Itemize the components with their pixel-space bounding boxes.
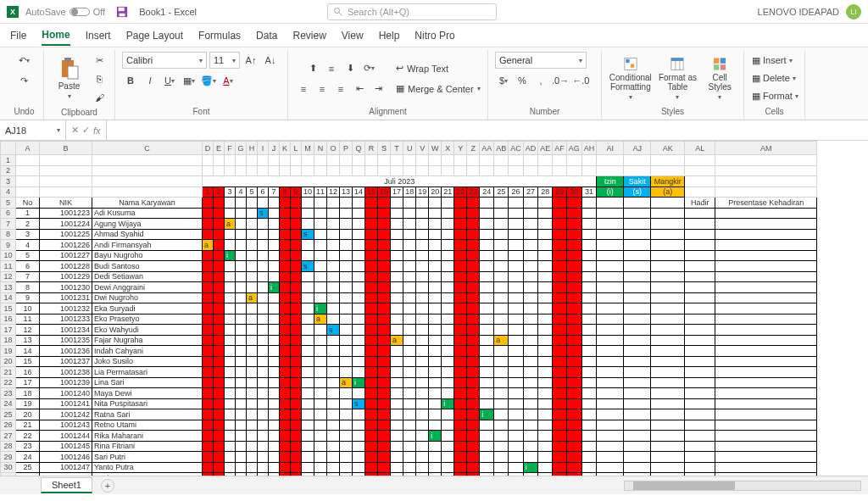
comma-button[interactable]: , [532,72,549,89]
cell-day[interactable] [553,462,567,473]
cell-day[interactable] [429,420,442,431]
cell-day[interactable] [236,441,247,452]
cell-day[interactable] [454,325,467,336]
cell-day[interactable] [203,431,214,442]
cell-day[interactable] [553,325,567,336]
cell-day[interactable] [280,261,291,272]
cell-day[interactable] [523,240,538,251]
cell-day[interactable] [553,229,567,240]
orientation-button[interactable]: ⟳▾ [360,60,377,77]
cell-day[interactable] [280,420,291,431]
cell-day[interactable] [403,325,416,336]
col-header[interactable]: AD [523,142,538,155]
cell-day[interactable] [302,462,314,473]
cell-nik[interactable]: 1001236 [40,346,92,357]
cell-no[interactable]: 23 [16,441,40,452]
align-bottom-button[interactable]: ⬇ [342,60,359,77]
tab-help[interactable]: Help [379,26,400,45]
cell-day[interactable] [429,314,442,325]
cell-name[interactable]: Retno Utami [92,420,203,431]
cell-day[interactable] [365,208,378,219]
cell-day[interactable] [291,250,302,261]
cell-day[interactable] [302,388,314,399]
cell-day[interactable] [353,367,365,378]
cell-day[interactable] [523,282,538,293]
cell-day[interactable] [480,261,494,272]
cell-day[interactable] [581,420,597,431]
row-header[interactable]: 30 [1,462,16,473]
row-header[interactable]: 10 [1,250,16,261]
cell-day[interactable] [247,473,258,476]
cell-day[interactable] [302,473,314,476]
cell-day[interactable] [403,409,416,420]
cell-day[interactable] [327,292,340,303]
cell-day[interactable] [340,271,353,282]
cell-day[interactable] [416,431,429,442]
cell-day[interactable] [566,462,581,473]
cell-nik[interactable]: 1001233 [40,314,92,325]
row-header[interactable]: 12 [1,271,16,282]
cell-name[interactable]: Eka Suryadi [92,303,203,315]
cell-day[interactable] [467,335,480,346]
cell-day[interactable] [378,452,391,463]
cell-day[interactable] [581,377,597,388]
cell-day[interactable] [365,452,378,463]
cell-day[interactable] [353,250,365,261]
cell-day[interactable] [523,271,538,282]
cell-day[interactable] [442,452,454,463]
cell-day[interactable] [566,431,581,442]
cell-day[interactable] [509,388,524,399]
cell-day[interactable] [523,314,538,325]
cell-day[interactable] [553,346,567,357]
cell-day[interactable] [314,388,327,399]
cell-day[interactable] [581,473,597,476]
cell-day[interactable] [291,367,302,378]
cell-day[interactable] [365,314,378,325]
cell-day[interactable] [403,240,416,251]
cell-day[interactable] [581,388,597,399]
cell-day[interactable] [403,282,416,293]
cell-no[interactable]: 15 [16,356,40,367]
cell-day[interactable] [480,377,494,388]
cell-day[interactable] [378,356,391,367]
cell-day[interactable] [214,441,225,452]
cell-day[interactable] [416,282,429,293]
name-box[interactable]: AJ18▾ [0,120,66,140]
cell-day[interactable] [236,208,247,219]
cell-day[interactable] [429,271,442,282]
cell-day[interactable] [203,452,214,463]
cell-name[interactable]: Dedi Setiawan [92,271,203,282]
cell-day[interactable] [566,325,581,336]
cell-day[interactable] [269,420,280,431]
row-header[interactable]: 29 [1,452,16,463]
cell-day[interactable] [340,452,353,463]
cell-day[interactable] [391,377,403,388]
cell-day[interactable] [258,346,269,357]
cell-day[interactable] [314,346,327,357]
cell-day[interactable] [509,282,524,293]
col-header[interactable]: X [442,142,454,155]
cell-day[interactable] [327,398,340,409]
cell-no[interactable]: 6 [16,261,40,272]
undo-button[interactable]: ↶▾ [16,52,33,69]
cell-day[interactable] [429,441,442,452]
row-header[interactable]: 14 [1,292,16,303]
cell-day[interactable] [214,409,225,420]
cell-day[interactable] [225,271,236,282]
cell-day[interactable] [353,292,365,303]
cell-day[interactable] [280,250,291,261]
cell-day[interactable] [480,208,494,219]
cell-day[interactable] [416,292,429,303]
cell-day[interactable] [236,229,247,240]
cell-styles-button[interactable]: Cell Styles▾ [703,54,737,103]
col-header[interactable]: F [225,142,236,155]
cell-day[interactable] [258,431,269,442]
cell-day[interactable] [214,335,225,346]
cell-day[interactable] [480,356,494,367]
cell-day[interactable] [442,346,454,357]
cell-day[interactable] [269,208,280,219]
row-header[interactable]: 20 [1,356,16,367]
cell-day[interactable] [509,250,524,261]
cell-day[interactable] [442,208,454,219]
cell-day[interactable] [538,462,553,473]
